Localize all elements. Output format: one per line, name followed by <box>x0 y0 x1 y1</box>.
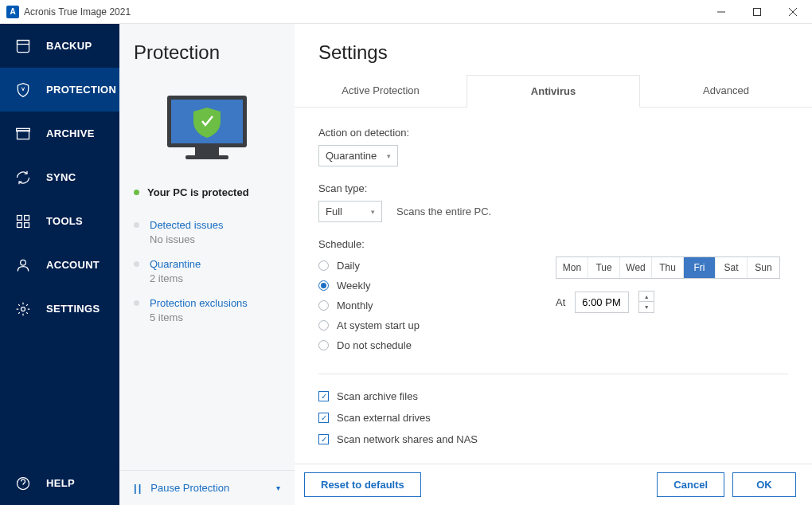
radio-label: Weekly <box>337 280 370 292</box>
schedule-label: Schedule: <box>318 238 788 250</box>
sidebar: BACKUP PROTECTION ARCHIVE SYNC TOOLS ACC… <box>0 24 119 505</box>
exclusions-count: 5 items <box>150 311 280 323</box>
tab-advanced[interactable]: Advanced <box>640 75 812 107</box>
grid-icon <box>14 213 32 229</box>
check-scan-archives[interactable]: ✓Scan archive files <box>318 390 788 402</box>
exclusions-block: Protection exclusions 5 items <box>119 284 295 323</box>
radio-no-schedule[interactable]: Do not schedule <box>318 339 420 351</box>
check-scan-external[interactable]: ✓Scan external drives <box>318 412 788 424</box>
radio-weekly[interactable]: Weekly <box>318 280 420 292</box>
radio-daily[interactable]: Daily <box>318 260 420 272</box>
exclusions-link[interactable]: Protection exclusions <box>150 297 280 309</box>
check-label: Scan archive files <box>337 390 418 402</box>
help-icon <box>14 476 32 491</box>
pause-icon: || <box>134 482 142 494</box>
quarantine-block: Quarantine 2 items <box>119 245 295 284</box>
check-scan-network[interactable]: ✓Scan network shares and NAS <box>318 433 788 445</box>
radio-startup[interactable]: At system start up <box>318 319 420 331</box>
svg-rect-17 <box>195 147 219 155</box>
scan-type-note: Scans the entire PC. <box>396 206 491 217</box>
divider <box>318 374 788 374</box>
radio-label: Daily <box>337 260 360 272</box>
checkbox-icon: ✓ <box>318 391 329 401</box>
chevron-down-icon: ▾ <box>387 152 391 160</box>
tab-antivirus[interactable]: Antivirus <box>467 75 640 108</box>
minimize-button[interactable] <box>703 1 739 23</box>
box-icon <box>14 126 32 142</box>
sidebar-item-help[interactable]: HELP <box>0 461 119 505</box>
day-mon[interactable]: Mon <box>556 257 588 278</box>
pause-label: Pause Protection <box>150 482 229 494</box>
sidebar-item-sync[interactable]: SYNC <box>0 155 119 199</box>
bullet-icon <box>134 261 139 267</box>
svg-rect-8 <box>18 215 22 220</box>
svg-rect-10 <box>18 222 22 227</box>
day-tue[interactable]: Tue <box>588 257 620 278</box>
day-fri[interactable]: Fri <box>684 257 716 278</box>
sidebar-item-account[interactable]: ACCOUNT <box>0 243 119 287</box>
action-select[interactable]: Quarantine ▾ <box>318 145 398 166</box>
sidebar-item-archive[interactable]: ARCHIVE <box>0 112 119 155</box>
pause-protection-button[interactable]: || Pause Protection ▾ <box>119 470 295 505</box>
sidebar-label: TOOLS <box>46 215 83 227</box>
day-thu[interactable]: Thu <box>652 257 684 278</box>
day-wed[interactable]: Wed <box>620 257 652 278</box>
sidebar-label: PROTECTION <box>46 84 116 96</box>
cancel-button[interactable]: Cancel <box>657 472 724 497</box>
quarantine-count: 2 items <box>150 272 280 284</box>
day-selector: Mon Tue Wed Thu Fri Sat Sun <box>556 256 780 279</box>
footer: Reset to defaults Cancel OK <box>295 464 812 505</box>
time-up-button[interactable]: ▲ <box>639 292 654 302</box>
svg-point-13 <box>21 307 25 311</box>
bullet-icon <box>134 300 139 306</box>
maximize-button[interactable] <box>739 1 775 23</box>
sidebar-item-settings[interactable]: SETTINGS <box>0 287 119 331</box>
checkbox-icon: ✓ <box>318 413 329 423</box>
ok-button[interactable]: OK <box>732 472 796 497</box>
scan-type-select[interactable]: Full ▾ <box>318 201 382 222</box>
shield-icon <box>14 82 32 98</box>
gear-icon <box>14 301 32 317</box>
time-input[interactable]: 6:00 PM <box>575 292 629 313</box>
detected-issues-count: No issues <box>150 233 280 245</box>
status-text: Your PC is protected <box>147 186 249 198</box>
radio-icon <box>318 260 329 271</box>
radio-monthly[interactable]: Monthly <box>318 299 420 311</box>
sidebar-label: HELP <box>46 477 75 489</box>
day-sun[interactable]: Sun <box>748 257 779 278</box>
checkbox-icon: ✓ <box>318 434 329 444</box>
content-pane: Settings Active Protection Antivirus Adv… <box>295 24 812 505</box>
radio-label: Do not schedule <box>337 339 412 351</box>
radio-label: Monthly <box>337 299 373 311</box>
sidebar-item-backup[interactable]: BACKUP <box>0 24 119 68</box>
titlebar: A Acronis True Image 2021 <box>0 0 812 24</box>
time-spinner: ▲ ▼ <box>638 291 654 313</box>
reset-defaults-button[interactable]: Reset to defaults <box>304 472 421 497</box>
tab-active-protection[interactable]: Active Protection <box>295 75 467 107</box>
svg-rect-6 <box>18 130 29 139</box>
action-value: Quarantine <box>326 150 377 162</box>
day-sat[interactable]: Sat <box>716 257 748 278</box>
close-button[interactable] <box>775 1 810 23</box>
stack-icon <box>14 38 32 54</box>
sidebar-item-protection[interactable]: PROTECTION <box>0 68 119 112</box>
bullet-icon <box>134 222 139 228</box>
quarantine-link[interactable]: Quarantine <box>150 258 280 270</box>
tabs: Active Protection Antivirus Advanced <box>295 75 812 108</box>
sidebar-label: SETTINGS <box>46 303 100 315</box>
check-label: Scan external drives <box>337 412 431 424</box>
sidebar-item-tools[interactable]: TOOLS <box>0 199 119 243</box>
time-down-button[interactable]: ▼ <box>639 302 654 312</box>
chevron-down-icon: ▾ <box>371 208 375 216</box>
radio-icon <box>318 280 329 291</box>
settings-scroll-area[interactable]: Action on detection: Quarantine ▾ Scan t… <box>295 108 812 464</box>
sync-icon <box>14 170 32 186</box>
scan-type-label: Scan type: <box>318 182 788 194</box>
svg-rect-1 <box>753 8 760 15</box>
radio-icon <box>318 340 329 350</box>
monitor-illustration <box>119 72 295 175</box>
svg-rect-18 <box>185 155 228 159</box>
svg-rect-5 <box>18 40 29 44</box>
radio-label: At system start up <box>337 319 420 331</box>
detected-issues-link[interactable]: Detected issues <box>150 219 280 231</box>
